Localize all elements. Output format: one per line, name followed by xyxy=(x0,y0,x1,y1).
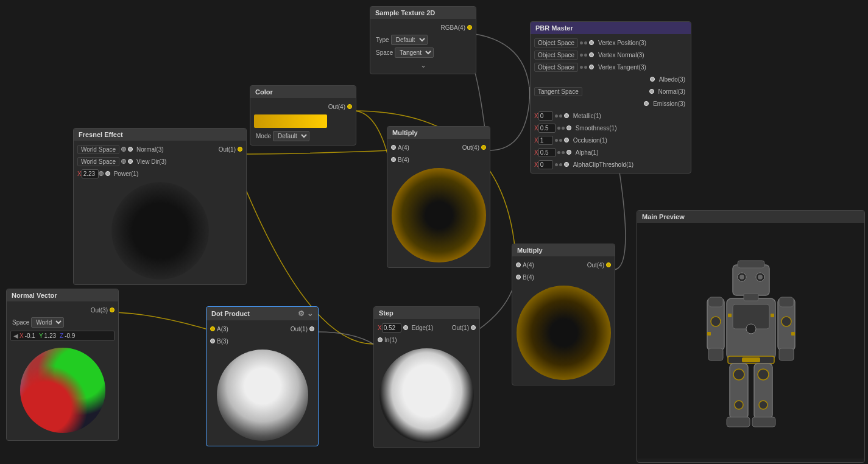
svg-rect-22 xyxy=(727,417,750,427)
vertex-pos-port[interactable] xyxy=(589,40,594,45)
normal-vector-output-row: Out(3) xyxy=(7,304,118,316)
fresnel-output-port[interactable] xyxy=(238,147,242,152)
fresnel-viewdir-port-in[interactable] xyxy=(121,159,126,164)
alphaclip-row: X AlphaClipThreshold(1) xyxy=(531,158,691,170)
fresnel-header: Fresnel Effect xyxy=(74,128,246,141)
mode-row: Mode Default xyxy=(250,130,356,142)
step-edge-input[interactable] xyxy=(382,323,401,332)
smoothness-port[interactable] xyxy=(566,125,571,130)
alphaclip-port[interactable] xyxy=(564,162,569,167)
dot-output-port[interactable] xyxy=(309,326,314,331)
rgba-output-row: RGBA(4) xyxy=(370,21,476,33)
alpha-port[interactable] xyxy=(566,150,571,155)
emission-label: Emission(3) xyxy=(653,100,685,107)
coord-y: 1.23 xyxy=(44,332,56,339)
step-output-port[interactable] xyxy=(471,325,476,330)
svg-point-24 xyxy=(758,369,769,380)
fresnel-normal-port-in[interactable] xyxy=(121,147,126,152)
vertex-pos-dots[interactable] xyxy=(580,41,587,44)
step-header: Step xyxy=(374,307,479,319)
normal-vector-coords-row: ◀ X -0.1 Y 1.23 Z -0.9 xyxy=(7,329,118,343)
alphaclip-input[interactable] xyxy=(538,160,553,169)
rgba-output-port[interactable] xyxy=(467,25,472,30)
chevron-icon[interactable]: ⌄ xyxy=(420,61,426,69)
alphaclip-label: AlphaClipThreshold(1) xyxy=(573,161,634,168)
normal-vector-preview xyxy=(20,348,105,433)
space-dropdown[interactable]: Tangent xyxy=(395,47,434,58)
pbr-master-title: PBR Master xyxy=(535,24,573,32)
multiply-top-b-port[interactable] xyxy=(391,157,396,162)
vertex-tangent-port[interactable] xyxy=(589,65,594,69)
occlusion-port[interactable] xyxy=(564,138,569,142)
dot-product-header: Dot Product ⚙ ⌄ xyxy=(206,307,318,320)
metallic-label: Metallic(1) xyxy=(573,113,601,119)
fresnel-viewdir-circle[interactable] xyxy=(128,159,133,164)
dot-output-label: Out(1) xyxy=(291,326,308,332)
fresnel-power-port-in[interactable] xyxy=(99,171,104,176)
multiply-bottom-b-port[interactable] xyxy=(516,275,521,279)
multiply-top-header: Multiply xyxy=(387,127,490,139)
dot-b-label: B(3) xyxy=(217,338,228,345)
multiply-top-output-port[interactable] xyxy=(481,145,486,150)
normal-vector-title: Normal Vector xyxy=(12,292,57,299)
normal-vector-output-port[interactable] xyxy=(110,308,115,312)
normal-port[interactable] xyxy=(649,89,654,94)
multiply-top-preview-wrap xyxy=(387,166,490,265)
power-input[interactable] xyxy=(82,169,99,178)
svg-point-15 xyxy=(711,317,721,326)
step-edge-row: X Edge(1) Out(1) xyxy=(374,322,479,334)
alpha-input[interactable] xyxy=(538,148,556,157)
color-title: Color xyxy=(255,88,273,96)
multiply-top-a-port[interactable] xyxy=(391,145,396,150)
vertex-normal-dots[interactable] xyxy=(580,54,587,57)
dot-b-port-in[interactable] xyxy=(210,339,215,343)
metallic-port[interactable] xyxy=(564,113,569,118)
dot-product-node: Dot Product ⚙ ⌄ A(3) Out(1) B(3) xyxy=(206,306,319,446)
multiply-top-a-label: A(4) xyxy=(398,144,409,151)
fresnel-power-row: X Power(1) xyxy=(74,167,246,180)
multiply-bottom-preview-wrap xyxy=(512,283,615,382)
pbr-master-node: PBR Master Object Space Vertex Position(… xyxy=(530,21,691,174)
smoothness-label: Smoothness(1) xyxy=(576,125,617,132)
step-edge-port-in[interactable] xyxy=(403,325,408,330)
step-in-port[interactable] xyxy=(378,337,383,342)
normal-vector-space-label: Space xyxy=(12,319,29,326)
multiply-bottom-b-label: B(4) xyxy=(523,274,534,281)
svg-rect-11 xyxy=(744,294,758,301)
multiply-top-b-row: B(4) xyxy=(387,153,490,166)
vertex-normal-port[interactable] xyxy=(589,52,594,57)
svg-rect-26 xyxy=(728,314,732,317)
normal-vector-space-dropdown[interactable]: World xyxy=(31,317,64,328)
metallic-input[interactable] xyxy=(538,111,553,121)
dot-a-port-in[interactable] xyxy=(210,326,215,331)
svg-point-9 xyxy=(739,275,744,279)
mode-dropdown[interactable]: Default xyxy=(273,131,309,141)
step-in-label: In(1) xyxy=(384,337,397,343)
coord-z: -0.9 xyxy=(65,332,75,339)
type-dropdown[interactable]: Default xyxy=(391,35,428,45)
color-swatch[interactable] xyxy=(254,114,327,128)
fresnel-power-circle[interactable] xyxy=(105,171,110,176)
albedo-row: Albedo(3) xyxy=(531,73,691,85)
space-row: Space Tangent xyxy=(370,46,476,59)
color-output-row: Out(4) xyxy=(250,100,356,113)
coord-arrow[interactable]: ◀ xyxy=(13,332,18,339)
multiply-top-output-label: Out(4) xyxy=(462,144,479,151)
color-output-port[interactable] xyxy=(347,104,352,109)
emission-port[interactable] xyxy=(644,101,649,106)
vertex-tangent-dots[interactable] xyxy=(580,66,587,69)
alpha-row: X Alpha(1) xyxy=(531,146,691,158)
step-preview xyxy=(379,348,474,443)
smoothness-input[interactable] xyxy=(538,124,556,133)
fresnel-output-label: Out(1) xyxy=(219,146,236,153)
fresnel-normal-circle[interactable] xyxy=(128,147,133,152)
albedo-port[interactable] xyxy=(650,77,655,82)
multiply-bottom-output-port[interactable] xyxy=(606,262,611,267)
occlusion-input[interactable] xyxy=(538,136,553,145)
chevron-down-icon[interactable]: ⌄ xyxy=(307,309,313,318)
dot-a-label: A(3) xyxy=(217,326,228,332)
multiply-bottom-a-port[interactable] xyxy=(516,262,521,267)
multiply-bottom-preview xyxy=(517,286,611,380)
color-node: Color Out(4) Mode Default xyxy=(250,85,356,146)
gear-icon[interactable]: ⚙ xyxy=(298,309,305,318)
